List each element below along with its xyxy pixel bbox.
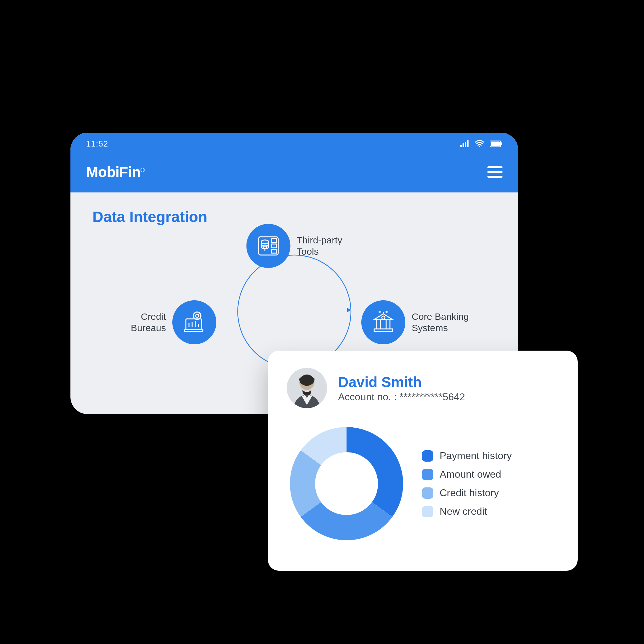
svg-rect-18 — [374, 329, 392, 331]
core-banking-icon — [361, 300, 405, 344]
svg-point-31 — [196, 314, 199, 317]
svg-rect-2 — [465, 142, 466, 147]
legend-label: Credit history — [440, 487, 499, 499]
cycle-node-label: Core Banking Systems — [412, 311, 469, 334]
legend-swatch — [422, 450, 433, 462]
account-label: Account no. : — [338, 391, 397, 403]
battery-icon — [490, 141, 502, 147]
svg-rect-7 — [501, 142, 502, 145]
legend-swatch — [422, 487, 433, 499]
svg-point-23 — [382, 316, 385, 319]
wifi-icon — [475, 140, 484, 147]
svg-point-4 — [479, 146, 480, 147]
cycle-node-third-party: Third-party Tools — [246, 224, 342, 268]
legend-swatch — [422, 506, 433, 517]
cycle-node-label: Third-party Tools — [297, 235, 342, 257]
account-masked: ***********5642 — [400, 391, 465, 403]
svg-rect-3 — [467, 140, 469, 147]
svg-rect-1 — [463, 143, 464, 147]
svg-rect-17 — [272, 249, 276, 253]
svg-rect-15 — [272, 239, 276, 242]
cell-signal-icon — [460, 140, 469, 147]
user-info: David Smith Account no. : ***********564… — [338, 374, 465, 403]
page-title: Data Integration — [92, 208, 496, 225]
credit-chart-legend: Payment historyAmount owedCredit history… — [422, 450, 512, 517]
brand-text: MobiFin — [86, 164, 141, 180]
brand-logo: MobiFin® — [86, 164, 145, 180]
legend-item: Credit history — [422, 487, 512, 499]
legend-label: New credit — [440, 506, 487, 517]
status-icons — [460, 140, 502, 147]
credit-chart-row: Payment historyAmount owedCredit history… — [287, 424, 559, 543]
account-number: Account no. : ***********5642 — [338, 391, 465, 403]
menu-button[interactable] — [487, 166, 502, 178]
app-bar: MobiFin® — [70, 155, 518, 192]
cycle-node-core-banking: Core Banking Systems — [361, 300, 469, 344]
legend-label: Amount owed — [440, 469, 501, 480]
legend-item: Payment history — [422, 450, 512, 462]
user-name: David Smith — [338, 374, 465, 391]
svg-rect-6 — [491, 142, 500, 146]
svg-point-14 — [263, 245, 267, 249]
third-party-tools-icon — [246, 224, 290, 268]
svg-rect-0 — [460, 145, 462, 147]
avatar — [287, 368, 327, 408]
svg-marker-9 — [347, 308, 351, 312]
svg-rect-25 — [185, 330, 203, 331]
brand-reg-mark: ® — [141, 167, 145, 173]
cycle-node-label: Credit Bureaus — [131, 311, 166, 334]
legend-item: Amount owed — [422, 469, 512, 480]
credit-donut-chart — [287, 424, 406, 543]
user-header: David Smith Account no. : ***********564… — [287, 368, 559, 408]
credit-bureaus-icon — [172, 300, 216, 344]
legend-swatch — [422, 469, 433, 480]
legend-item: New credit — [422, 506, 512, 517]
cycle-node-credit-bureaus: Credit Bureaus — [131, 300, 216, 344]
legend-label: Payment history — [440, 450, 512, 462]
svg-rect-16 — [272, 244, 276, 248]
status-time: 11:52 — [86, 139, 108, 149]
svg-rect-24 — [186, 319, 202, 330]
status-bar: 11:52 — [70, 133, 518, 155]
user-summary-card: David Smith Account no. : ***********564… — [268, 351, 578, 571]
